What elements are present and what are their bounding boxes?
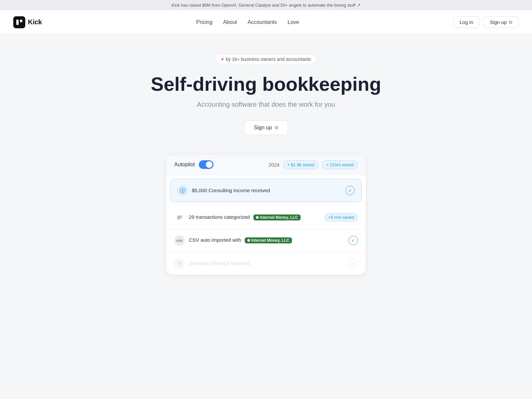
- svg-text:CSV: CSV: [177, 239, 183, 242]
- header: Kick Pricing About Accountants Love Log …: [0, 10, 532, 34]
- item-text-csv: CSV auto imported with Internet Money, L…: [189, 237, 292, 243]
- list-item: CSV CSV auto imported with Internet Mone…: [166, 229, 366, 252]
- announcement-text: Kick has raised $9M from OpenAI, General…: [172, 3, 355, 8]
- autopilot-bar: Autopilot 2024 + $1.9k saved + 21hrs sav…: [166, 155, 366, 175]
- receipt-icon: [174, 258, 185, 269]
- signup-header-label: Sign up: [490, 19, 507, 25]
- login-button[interactable]: Log in: [453, 16, 479, 28]
- list-item: 29 transactions categorized Internet Mon…: [166, 206, 366, 229]
- badge-text: by 1k+ business owners and accountants: [226, 57, 311, 62]
- feature-card: Autopilot 2024 + $1.9k saved + 21hrs sav…: [166, 155, 366, 275]
- signup-hero-button[interactable]: Sign up ⊙: [244, 120, 288, 135]
- activity-list: $ $5,000 Consulting Income received ✓: [166, 179, 366, 275]
- autopilot-right: 2024 + $1.9k saved + 21hrs saved: [268, 160, 358, 169]
- autopilot-year: 2024: [268, 162, 279, 168]
- check-icon-csv: ✓: [348, 236, 358, 245]
- check-icon-consulting: ✓: [345, 186, 355, 195]
- item-text-consulting: $5,000 Consulting Income received: [192, 188, 270, 193]
- list-icon: [174, 212, 185, 223]
- announcement-arrow: ↗: [357, 3, 360, 8]
- logo[interactable]: Kick: [13, 16, 42, 28]
- svg-rect-0: [16, 20, 19, 25]
- hero-subtitle: Accounting software that does the work f…: [197, 101, 335, 108]
- time-badge-transactions: +5 min saved: [325, 213, 358, 221]
- list-item: Starbucks Receipt Matched ✓: [166, 252, 366, 275]
- company-badge-transactions: Internet Money, LLC: [253, 214, 301, 220]
- list-item-left: CSV CSV auto imported with Internet Mone…: [174, 235, 292, 246]
- toggle-knob: [206, 161, 212, 168]
- hero-title: Self-driving bookkeeping: [151, 73, 381, 95]
- header-actions: Log in Sign up ⊙: [453, 16, 519, 28]
- autopilot-toggle[interactable]: [199, 160, 213, 169]
- check-icon-starbucks: ✓: [348, 259, 358, 268]
- autopilot-label: Autopilot: [174, 162, 195, 168]
- svg-text:$: $: [182, 189, 184, 193]
- list-item-left: $ $5,000 Consulting Income received: [177, 185, 270, 196]
- list-item-left: Starbucks Receipt Matched: [174, 258, 250, 269]
- svg-rect-1: [20, 20, 22, 22]
- nav-pricing[interactable]: Pricing: [196, 19, 212, 25]
- nav-about[interactable]: About: [223, 19, 237, 25]
- dollar-icon: $: [177, 185, 188, 196]
- nav-love[interactable]: Love: [288, 19, 299, 25]
- signup-header-button[interactable]: Sign up ⊙: [483, 16, 519, 28]
- company-badge-csv: Internet Money, LLC: [245, 237, 292, 243]
- signup-hero-icon: ⊙: [275, 125, 278, 130]
- money-saved-badge: + $1.9k saved: [283, 160, 319, 169]
- nav-accountants[interactable]: Accountants: [248, 19, 277, 25]
- autopilot-left: Autopilot: [174, 160, 213, 169]
- signup-header-icon: ⊙: [509, 20, 512, 25]
- heart-icon: ♥: [221, 57, 224, 62]
- item-text-starbucks: Starbucks Receipt Matched: [189, 260, 250, 266]
- item-text-transactions: 29 transactions categorized Internet Mon…: [189, 214, 301, 220]
- time-saved-badge: + 21hrs saved: [322, 160, 358, 169]
- list-item: $ $5,000 Consulting Income received ✓: [170, 179, 362, 202]
- logo-text: Kick: [28, 18, 42, 26]
- announcement-bar: Kick has raised $9M from OpenAI, General…: [0, 0, 532, 10]
- main-content: ♥ by 1k+ business owners and accountants…: [0, 34, 532, 301]
- social-proof-badge: ♥ by 1k+ business owners and accountants: [215, 54, 317, 64]
- signup-hero-label: Sign up: [254, 125, 272, 131]
- logo-icon: [13, 16, 25, 28]
- main-nav: Pricing About Accountants Love: [196, 19, 299, 25]
- svg-rect-10: [178, 262, 181, 265]
- csv-icon: CSV: [174, 235, 185, 246]
- list-item-left: 29 transactions categorized Internet Mon…: [174, 212, 301, 223]
